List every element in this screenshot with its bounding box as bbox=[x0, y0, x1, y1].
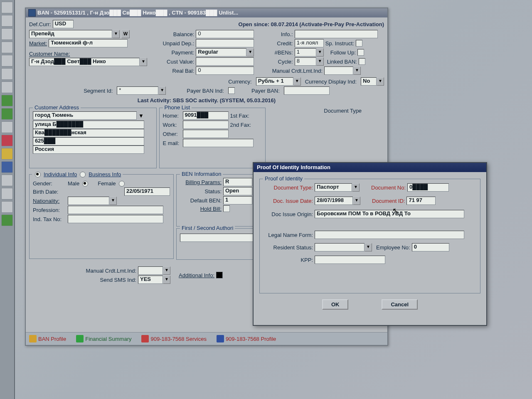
person-icon bbox=[29, 335, 37, 342]
addl-label: Additional Info: bbox=[179, 272, 214, 278]
chevron-down-icon[interactable]: ▼ bbox=[112, 30, 120, 38]
issue-value[interactable]: 28/07/1998 bbox=[315, 197, 353, 205]
sidebar-icon-4[interactable] bbox=[1, 42, 13, 53]
docno-value[interactable]: 0████ bbox=[407, 183, 449, 192]
chevron-down-icon[interactable]: ▼ bbox=[158, 86, 166, 95]
payer-ban-value[interactable] bbox=[284, 86, 330, 95]
sidebar-icon-16[interactable] bbox=[1, 201, 13, 213]
chevron-down-icon[interactable]: ▼ bbox=[163, 276, 170, 284]
sidebar-icon-9[interactable] bbox=[1, 108, 13, 120]
sidebar-icon-7[interactable] bbox=[1, 81, 13, 93]
address-line3: Ква███████нская bbox=[33, 129, 144, 137]
chevron-down-icon[interactable]: ▼ bbox=[316, 57, 324, 66]
balance-value: 0 bbox=[196, 30, 254, 38]
business-radio[interactable] bbox=[80, 172, 86, 177]
unpaid-value bbox=[196, 39, 254, 47]
window-titlebar[interactable]: BAN - 525915131/1 , Г-н Дзо███ Св███ Ник… bbox=[26, 8, 387, 17]
w-button[interactable]: W bbox=[121, 30, 130, 38]
chevron-down-icon[interactable]: ▼ bbox=[138, 113, 144, 119]
manual2-value[interactable] bbox=[138, 266, 163, 275]
tab-financial-summary[interactable]: Financial Summary bbox=[76, 335, 131, 342]
male-radio[interactable] bbox=[82, 181, 88, 187]
sidebar-icon-1[interactable] bbox=[1, 2, 13, 13]
sidebar-icon-3[interactable] bbox=[1, 28, 13, 40]
plan-select[interactable]: Препейд bbox=[29, 30, 112, 38]
email-value[interactable] bbox=[183, 139, 254, 147]
auth-value[interactable] bbox=[180, 234, 255, 242]
chevron-down-icon[interactable]: ▼ bbox=[140, 58, 147, 66]
sidebar-icon-11[interactable] bbox=[1, 135, 13, 146]
followup-check[interactable] bbox=[357, 49, 364, 56]
tab-ban-profile[interactable]: BAN Profile bbox=[29, 335, 66, 342]
sidebar-icon-8[interactable] bbox=[1, 95, 13, 106]
sidebar-icon-14[interactable] bbox=[1, 175, 13, 186]
chevron-down-icon[interactable]: ▼ bbox=[352, 183, 360, 192]
kpp-value[interactable] bbox=[315, 256, 385, 264]
docid-value[interactable]: 71 97 bbox=[406, 197, 436, 205]
dialog-title[interactable]: Proof Of Identity Information bbox=[254, 163, 486, 172]
cycle-label: Cycle: bbox=[272, 59, 293, 65]
prof-value[interactable] bbox=[68, 206, 163, 214]
resident-select[interactable] bbox=[315, 243, 365, 251]
tab-profile[interactable]: 909-183-7568 Profile bbox=[217, 335, 276, 342]
chevron-down-icon[interactable]: ▼ bbox=[377, 77, 384, 86]
birth-value[interactable]: 22/05/1971 bbox=[124, 187, 170, 196]
issue-label: Doc. Issue Date: bbox=[263, 198, 313, 204]
doctype-select[interactable]: Паспорт bbox=[315, 183, 352, 192]
app-sidebar bbox=[0, 0, 15, 399]
sidebar-icon-10[interactable] bbox=[1, 121, 13, 133]
billing-value[interactable]: R bbox=[223, 178, 252, 186]
emp-value[interactable]: 0 bbox=[412, 243, 449, 251]
info-value[interactable] bbox=[295, 30, 378, 38]
ok-button[interactable]: OK bbox=[322, 299, 349, 310]
default-ben-value[interactable]: 1 bbox=[223, 196, 252, 204]
chevron-down-icon[interactable]: ▼ bbox=[353, 66, 361, 75]
chevron-down-icon[interactable]: ▼ bbox=[353, 197, 360, 205]
prof-label: Profession: bbox=[33, 207, 66, 213]
addl-check[interactable] bbox=[216, 272, 223, 278]
linked-label: Linked BAN: bbox=[327, 59, 357, 65]
payer-ban-ind-check[interactable] bbox=[228, 87, 235, 94]
hold-check[interactable] bbox=[223, 205, 230, 212]
custvalue-value[interactable] bbox=[196, 57, 254, 66]
sidebar-icon-17[interactable] bbox=[1, 214, 13, 226]
sidebar-icon-12[interactable] bbox=[1, 148, 13, 160]
sidebar-icon-15[interactable] bbox=[1, 188, 13, 200]
chevron-down-icon[interactable]: ▼ bbox=[316, 48, 324, 57]
chevron-down-icon[interactable]: ▼ bbox=[365, 243, 372, 251]
bens-value[interactable]: 1 bbox=[295, 48, 316, 57]
home-value[interactable]: 9091███ bbox=[183, 111, 229, 120]
sms-value[interactable]: YES bbox=[138, 276, 163, 284]
cust-name-value[interactable]: Г-н Дзод███ Свет███ Нико bbox=[29, 58, 140, 66]
cust-name-label: Customer Name: bbox=[29, 51, 70, 57]
origin-value[interactable]: Боровским ПОМ То в РОВД УВД То bbox=[315, 210, 464, 218]
chevron-down-icon[interactable]: ▼ bbox=[163, 266, 170, 275]
individual-radio[interactable] bbox=[35, 172, 41, 177]
work-value[interactable] bbox=[183, 121, 229, 129]
cancel-button[interactable]: Cancel bbox=[382, 299, 418, 310]
address-line5: Россия bbox=[33, 145, 144, 154]
manual-cli-value[interactable] bbox=[324, 66, 353, 75]
nat-value[interactable] bbox=[68, 197, 109, 205]
currency-select[interactable]: Рубль + 1 bbox=[256, 77, 293, 86]
segment-value[interactable]: * bbox=[117, 86, 158, 95]
chevron-down-icon[interactable]: ▼ bbox=[109, 197, 117, 205]
linked-check[interactable] bbox=[359, 58, 365, 65]
sidebar-icon-6[interactable] bbox=[1, 68, 13, 80]
female-radio[interactable] bbox=[119, 181, 125, 187]
payment-select[interactable]: Regular bbox=[196, 48, 246, 57]
legal-value[interactable] bbox=[315, 231, 464, 239]
other-value[interactable] bbox=[183, 130, 229, 138]
chevron-down-icon[interactable]: ▼ bbox=[246, 48, 254, 57]
tax-value[interactable] bbox=[68, 215, 163, 223]
spinstruct-check[interactable] bbox=[356, 40, 362, 47]
tab-services[interactable]: 909-183-7568 Services bbox=[141, 335, 206, 342]
cycle-value[interactable]: 8 bbox=[295, 57, 316, 66]
sidebar-icon-13[interactable] bbox=[1, 161, 13, 173]
ben-info-box: BEN Information Billing Params:R Status:… bbox=[176, 174, 259, 227]
sidebar-icon-2[interactable] bbox=[1, 15, 13, 27]
sidebar-icon-5[interactable] bbox=[1, 55, 13, 66]
chevron-down-icon[interactable]: ▼ bbox=[293, 77, 301, 86]
curr-disp-select[interactable]: No bbox=[361, 77, 377, 86]
resident-label: Resident Status: bbox=[263, 244, 313, 251]
